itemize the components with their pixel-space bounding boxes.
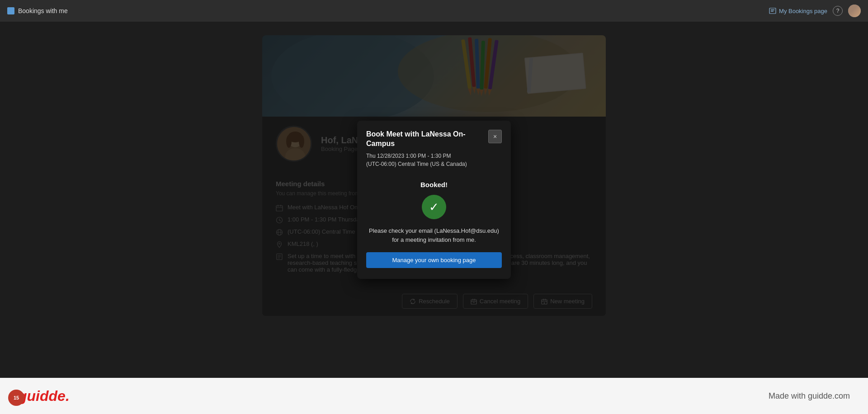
modal-datetime: Thu 12/28/2023 1:00 PM - 1:30 PM (UTC-06… [366, 152, 488, 168]
email-message-line1: Please check your email (LaNessa.Hof@dsu… [369, 227, 499, 234]
guidde-logo: guidde. [18, 388, 70, 405]
modal-close-button[interactable]: × [488, 130, 502, 143]
top-nav: Bookings with me My Bookings page ? [0, 0, 868, 22]
help-button[interactable]: ? [833, 6, 843, 16]
svg-rect-2 [771, 11, 774, 12]
nav-left: Bookings with me [7, 7, 68, 14]
bookings-page-icon [769, 7, 776, 14]
email-message-line2: for a meeting invitation from me. [392, 236, 476, 243]
footer-bar: guidde. Made with guidde.com [0, 378, 868, 414]
close-icon: × [493, 133, 497, 140]
my-bookings-button[interactable]: My Bookings page [769, 7, 827, 14]
footer-tagline: Made with guidde.com [769, 391, 850, 401]
nav-right: My Bookings page ? [769, 5, 861, 17]
user-avatar[interactable] [848, 5, 861, 17]
nav-title: Bookings with me [18, 7, 68, 14]
modal-body: Booked! ✓ Please check your email (LaNes… [357, 174, 511, 279]
bookings-icon [7, 7, 14, 14]
booked-label: Booked! [366, 181, 502, 188]
modal-header: Book Meet with LaNessa On-Campus Thu 12/… [357, 121, 511, 174]
modal-title: Book Meet with LaNessa On-Campus [366, 130, 488, 149]
notification-badge[interactable]: 15 [8, 390, 24, 406]
checkmark-icon: ✓ [429, 201, 439, 213]
manage-btn-label: Manage your own booking page [392, 257, 476, 263]
badge-count: 15 [14, 395, 19, 400]
modal-datetime-line1: Thu 12/28/2023 1:00 PM - 1:30 PM [366, 153, 451, 159]
modal-datetime-line2: (UTC-06:00) Central Time (US & Canada) [366, 161, 467, 167]
svg-rect-1 [771, 9, 774, 10]
modal-overlay: Book Meet with LaNessa On-Campus Thu 12/… [0, 22, 868, 378]
email-message: Please check your email (LaNessa.Hof@dsu… [366, 226, 502, 244]
avatar-image [848, 5, 861, 17]
modal-title-block: Book Meet with LaNessa On-Campus Thu 12/… [366, 130, 488, 169]
main-content: Hof, LaNe Booking Page Meeting details Y… [0, 22, 868, 378]
manage-booking-button[interactable]: Manage your own booking page [366, 252, 502, 268]
my-bookings-label: My Bookings page [779, 8, 827, 14]
success-indicator: ✓ [422, 195, 446, 219]
guidde-logo-text: guidde. [18, 388, 70, 404]
modal-dialog: Book Meet with LaNessa On-Campus Thu 12/… [357, 121, 511, 279]
